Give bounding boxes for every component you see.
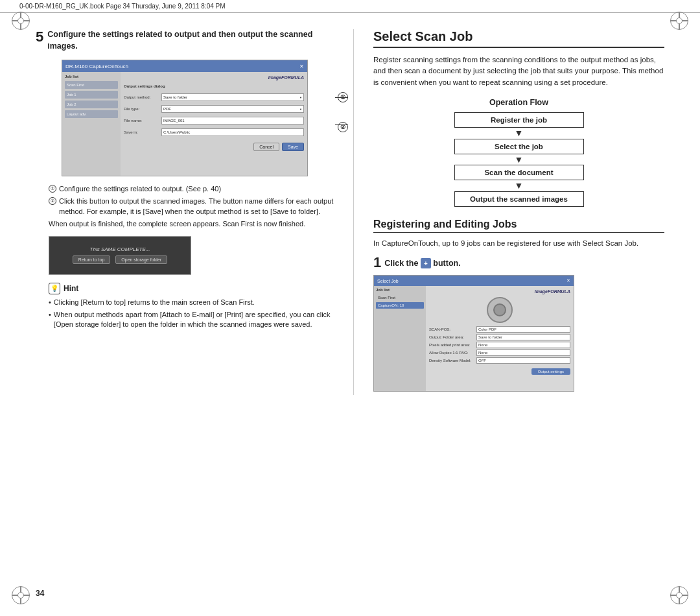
ss2-sidebar: Job list Scan First CaptureON: 10 (374, 286, 426, 391)
flow-step2: Select the job (454, 139, 584, 154)
flow-arrow1: ▼ (373, 128, 664, 139)
ss1-cancel-btn[interactable]: Cancel (253, 143, 279, 151)
step1-text: Click the + button. (384, 255, 460, 268)
flow-step3: Scan the document (454, 165, 584, 180)
hint-title: 💡 Hint (49, 283, 334, 294)
sub-section-title: Registering and Editing Jobs (373, 219, 664, 233)
flow-step4: Output the scanned images (454, 191, 584, 207)
header-bar: 0-00-DR-M160_RG_UK.book Page 34 Thursday… (0, 0, 700, 13)
note1: ① Configure the settings related to outp… (49, 184, 334, 194)
reg-mark-bl (12, 586, 30, 604)
callout-container: ① ② (338, 92, 348, 152)
note2-text: Click this button to output the scanned … (59, 196, 334, 217)
reg-mark-br (670, 586, 688, 604)
note3: When output is finished, the complete sc… (49, 219, 334, 229)
small-screenshot: This SAME COMPLETE... Return to top Open… (49, 236, 191, 275)
screenshot1-container: DR-M160 CaptureOnTouch ✕ Job list Scan F… (49, 60, 334, 176)
section-desc: Register scanning settings from the scan… (373, 54, 664, 88)
operation-flow: Operation Flow Register the job ▼ Select… (373, 98, 664, 207)
left-column: 5 Configure the settings related to outp… (36, 29, 334, 395)
hint-box: 💡 Hint Clicking [Return to top] returns … (49, 283, 334, 330)
step1-number: 1 (373, 255, 381, 270)
screenshot2: Select Job ✕ Job list Scan First Capture… (373, 275, 574, 392)
ss1-titlebar: DR-M160 CaptureOnTouch ✕ (62, 60, 307, 72)
reg-mark-tl (12, 12, 30, 30)
screenshot1: DR-M160 CaptureOnTouch ✕ Job list Scan F… (62, 60, 308, 176)
ss1-titlebar-text: DR-M160 CaptureOnTouch (65, 64, 128, 69)
reg-mark-tr (670, 12, 688, 30)
note2-circle: ② (49, 197, 56, 205)
callout2: ② (338, 122, 348, 132)
ss1-sidebar-item2: Job 1 (65, 91, 118, 99)
header-text: 0-00-DR-M160_RG_UK.book Page 34 Thursday… (19, 3, 226, 10)
flow-arrow3: ▼ (373, 180, 664, 191)
op-flow-title: Operation Flow (373, 98, 664, 107)
ss1-main: ImageFORMULA Output settings dialog Outp… (121, 72, 307, 176)
open-storage-btn[interactable]: Open storage folder (115, 255, 167, 264)
step1-btn-ref: + (421, 258, 431, 268)
step5-number: 5 (36, 29, 43, 45)
ss1-save-btn[interactable]: Save (282, 143, 304, 151)
step5-header: 5 Configure the settings related to outp… (36, 29, 334, 52)
note2: ② Click this button to output the scanne… (49, 196, 334, 217)
ss2-titlebar-text: Select Job (377, 279, 399, 283)
ss2-sidebar-item1: Scan First (376, 294, 424, 301)
flow-step1: Register the job (454, 112, 584, 128)
ss1-sidebar-item1: Scan First (65, 81, 118, 89)
notes-list: ① Configure the settings related to outp… (49, 184, 334, 230)
note1-text: Configure the settings related to output… (59, 184, 221, 194)
small-ss-label: This SAME COMPLETE... (90, 246, 150, 252)
small-ss-buttons: Return to top Open storage folder (73, 255, 167, 264)
flow-arrow2: ▼ (373, 154, 664, 165)
hint-bullet1: Clicking [Return to top] returns to the … (49, 298, 334, 307)
ss2-scan-icon (487, 297, 513, 323)
sub-section-desc: In CaptureOnTouch, up to 9 jobs can be r… (373, 238, 664, 249)
column-divider (353, 29, 354, 395)
ss2-titlebar: Select Job ✕ (374, 276, 574, 286)
hint-icon: 💡 (49, 283, 60, 294)
note1-circle: ① (49, 185, 56, 193)
ss2-logo: ImageFORMULA (535, 289, 570, 294)
ss1-sidebar: Job list Scan First Job 1 Job 2 Layout a… (62, 72, 121, 176)
step1-header: 1 Click the + button. (373, 255, 664, 270)
hint-bullet2: When output methods apart from [Attach t… (49, 310, 334, 330)
section-title: Select Scan Job (373, 29, 664, 48)
ss2-output-btn[interactable]: Output settings (531, 368, 570, 375)
step5-title: Configure the settings related to output… (47, 29, 334, 52)
ss1-sidebar-item4: Layout adv. (65, 110, 118, 118)
ss1-logo: ImageFORMULA (268, 75, 304, 80)
ss2-sidebar-item2: CaptureON: 10 (376, 302, 424, 309)
ss2-form-rows: SCAN-POS: Color PDF Output: Folder area:… (429, 326, 570, 365)
page-number: 34 (36, 589, 44, 598)
ss1-sidebar-item3: Job 2 (65, 101, 118, 108)
right-column: Select Scan Job Register scanning settin… (373, 29, 664, 395)
return-to-top-btn[interactable]: Return to top (73, 255, 110, 264)
ss2-main: ImageFORMULA SCAN-POS: Color PDF Output: (426, 286, 574, 391)
